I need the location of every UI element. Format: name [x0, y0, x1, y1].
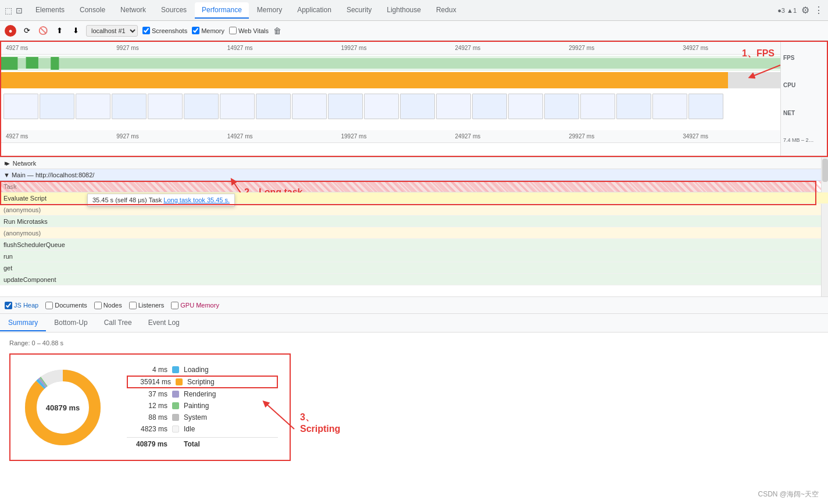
idle-label: Idle [184, 425, 195, 433]
fps-arrow-svg [745, 59, 792, 83]
heap-label: 7.4 MB – 2… [783, 137, 825, 143]
tab-memory[interactable]: Memory [250, 2, 289, 19]
tab-security[interactable]: Security [340, 2, 379, 19]
time-ruler-top: 4927 ms 9927 ms 14927 ms 19927 ms 24927 … [1, 42, 827, 55]
long-task-link[interactable]: Long task took 35.45 s. [163, 196, 230, 203]
watermark: CSDN @海阔~天空 [758, 489, 819, 499]
time-markers-bottom: 4927 ms 9927 ms 14927 ms 19927 ms 24927 … [6, 133, 822, 140]
source-select[interactable]: localhost #1 [86, 25, 138, 37]
trash-icon[interactable]: 🗑 [273, 26, 281, 35]
svg-rect-1 [1, 57, 17, 70]
marker-4: 24927 ms [455, 45, 480, 51]
rendering-ms: 37 ms [127, 390, 167, 398]
marker-1: 9927 ms [116, 45, 138, 51]
run-microtasks-row[interactable]: Run Microtasks [0, 216, 828, 227]
painting-label: Painting [184, 402, 209, 410]
painting-ms: 12 ms [127, 402, 167, 410]
network-section-header[interactable]: ► ► Network [0, 158, 828, 169]
range-text: Range: 0 – 40.88 s [9, 339, 819, 346]
main-track-label: ▼ Main — http://localhost:8082/ [3, 171, 94, 178]
notification-badge: ●3 ▲1 [777, 7, 797, 14]
screenshots-track [1, 92, 827, 121]
system-ms: 88 ms [127, 413, 167, 421]
scripting-label: Scripting [187, 378, 215, 386]
summary-panel: Range: 0 – 40.88 s [0, 333, 828, 504]
documents-checkbox[interactable] [45, 302, 53, 309]
upload-button[interactable]: ⬆ [53, 25, 65, 37]
memory-bar: JS Heap Documents Nodes Listeners GPU Me… [0, 296, 828, 314]
overview-panel: 4927 ms 9927 ms 14927 ms 19927 ms 24927 … [0, 41, 828, 157]
flush-row[interactable]: flushSchedulerQueue [0, 239, 828, 251]
download-button[interactable]: ⬇ [70, 25, 81, 37]
svg-rect-0 [1, 58, 827, 69]
tab-elements[interactable]: Elements [28, 2, 72, 19]
tab-bottom-up[interactable]: Bottom-Up [46, 315, 95, 331]
gpu-memory-checkbox[interactable] [171, 302, 179, 309]
update-component-row[interactable]: updateComponent [0, 274, 828, 285]
js-heap-checkbox[interactable] [5, 302, 12, 309]
nodes-cb-label[interactable]: Nodes [94, 302, 122, 309]
devtools-icon: ⬚ [5, 6, 12, 15]
tooltip-box: 35.45 s (self 48 μs) Task Long task took… [87, 194, 235, 206]
heap-track [1, 122, 827, 130]
listeners-cb-label[interactable]: Listeners [129, 302, 165, 309]
marker-5: 29927 ms [569, 45, 594, 51]
cpu-label: CPU [783, 82, 825, 88]
reload-button[interactable]: ⟳ [21, 25, 33, 37]
more-options-icon[interactable]: ⋮ [814, 5, 823, 16]
js-heap-cb-label[interactable]: JS Heap [5, 302, 38, 309]
screenshots-checkbox-label[interactable]: Screenshots [142, 27, 187, 34]
summary-total-row: 40879 ms Total [127, 437, 278, 451]
summary-row-rendering: 37 ms Rendering [127, 388, 278, 400]
tab-event-log[interactable]: Event Log [140, 315, 188, 331]
tab-application[interactable]: Application [290, 2, 338, 19]
run-microtasks-label: Run Microtasks [3, 218, 48, 225]
web-vitals-checkbox[interactable] [229, 27, 237, 34]
idle-ms: 4823 ms [127, 425, 167, 433]
update-component-label: updateComponent [3, 276, 56, 283]
settings-icon[interactable]: ⚙ [801, 5, 809, 16]
memory-checkbox-label[interactable]: Memory [192, 27, 224, 34]
task-row[interactable]: Task [0, 181, 828, 192]
net-label: NET [783, 110, 825, 116]
memory-checkbox[interactable] [192, 27, 199, 34]
anonymous2-label: (anonymous) [3, 230, 41, 237]
tab-network[interactable]: Network [113, 2, 153, 19]
clear-button[interactable]: 🚫 [37, 25, 49, 37]
gpu-memory-cb-label[interactable]: GPU Memory [171, 302, 219, 309]
marker-3: 19927 ms [341, 45, 367, 51]
network-section-label: ► Network [5, 160, 36, 167]
web-vitals-checkbox-label[interactable]: Web Vitals [229, 27, 269, 34]
total-label: Total [184, 440, 200, 448]
get-row[interactable]: get [0, 262, 828, 274]
flush-label: flushSchedulerQueue [3, 241, 65, 248]
summary-box: 40879 ms 4 ms Loading 35914 ms [9, 353, 291, 461]
documents-cb-label[interactable]: Documents [45, 302, 87, 309]
nodes-checkbox[interactable] [94, 302, 102, 309]
marker-0: 4927 ms [6, 45, 28, 51]
run-row[interactable]: run [0, 251, 828, 262]
anonymous1-label: (anonymous) [3, 206, 41, 213]
summary-row-painting: 12 ms Painting [127, 400, 278, 412]
tab-call-tree[interactable]: Call Tree [96, 315, 140, 331]
tab-summary[interactable]: Summary [0, 315, 46, 331]
time-markers-top: 4927 ms 9927 ms 14927 ms 19927 ms 24927 … [6, 45, 822, 51]
listeners-checkbox[interactable] [129, 302, 137, 309]
marker-b4: 24927 ms [455, 133, 480, 140]
main-track-header[interactable]: ▼ Main — http://localhost:8082/ [0, 169, 828, 181]
screenshots-checkbox[interactable] [142, 27, 150, 34]
evaluate-script-row[interactable]: Evaluate Script 35.45 s (self 48 μs) Tas… [0, 192, 828, 204]
anonymous2-row[interactable]: (anonymous) [0, 227, 828, 239]
tab-performance[interactable]: Performance [195, 2, 249, 19]
tab-lighthouse[interactable]: Lighthouse [380, 2, 428, 19]
flame-scrollbar[interactable] [821, 158, 828, 296]
marker-2: 14927 ms [227, 45, 253, 51]
record-button[interactable]: ● [5, 25, 16, 37]
js-heap-cb-text: JS Heap [14, 302, 38, 309]
cpu-track [1, 72, 827, 91]
svg-rect-2 [26, 57, 38, 69]
tab-redux[interactable]: Redux [429, 2, 463, 19]
tab-console[interactable]: Console [73, 2, 112, 19]
tab-sources[interactable]: Sources [154, 2, 194, 19]
loading-ms: 4 ms [127, 366, 167, 374]
